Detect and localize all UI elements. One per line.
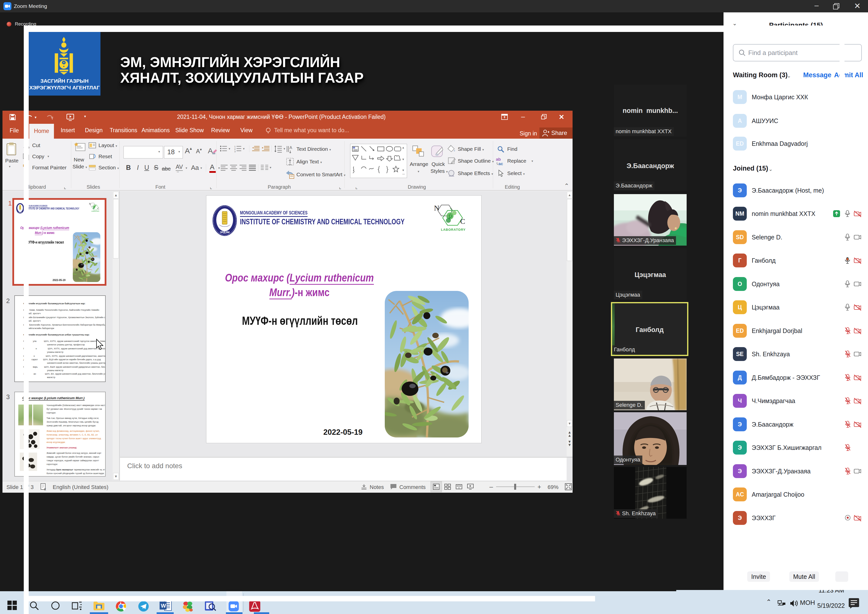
svg-text:W: W [161, 603, 166, 609]
svg-text:N: N [434, 204, 439, 212]
svg-text:A: A [208, 146, 213, 155]
svg-text:A: A [290, 146, 292, 150]
svg-text:ЭРДЭМ: ЭРДЭМ [19, 212, 22, 213]
svg-text:LABORATORY: LABORATORY [91, 211, 99, 212]
svg-text:ac: ac [498, 162, 503, 166]
svg-text:P: P [94, 205, 95, 208]
svg-text:LABORATORY: LABORATORY [441, 228, 466, 232]
svg-text:C: C [460, 217, 465, 225]
svg-text:ab: ab [496, 157, 501, 162]
svg-text:x: x [44, 487, 46, 491]
svg-text:P: P [448, 213, 453, 221]
svg-text:1: 1 [234, 145, 236, 148]
svg-text:3: 3 [234, 150, 236, 152]
svg-text:ЭРДЭМ: ЭРДЭМ [220, 231, 229, 234]
svg-text:2: 2 [234, 148, 236, 150]
svg-text:N: N [89, 202, 91, 205]
svg-text:C: C [98, 207, 99, 210]
